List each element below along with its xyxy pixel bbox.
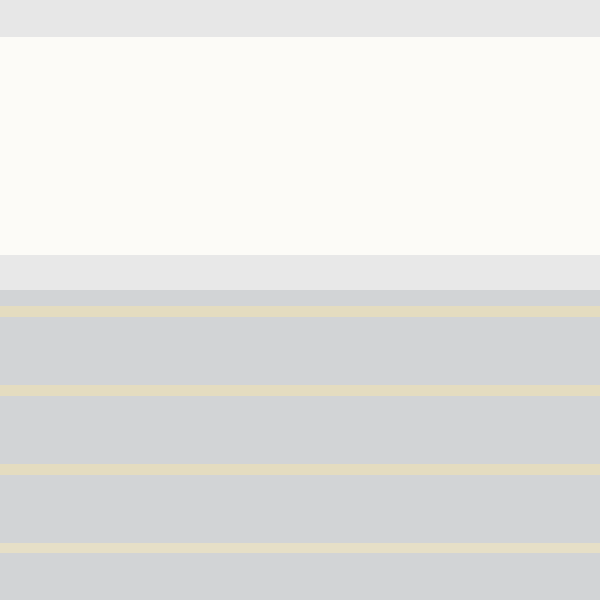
stripe (0, 306, 600, 317)
mid-gap (0, 255, 600, 290)
striped-panel (0, 290, 600, 600)
stripe (0, 543, 600, 553)
stripe (0, 464, 600, 475)
top-margin (0, 0, 600, 37)
stripe (0, 385, 600, 396)
blank-panel (0, 37, 600, 255)
